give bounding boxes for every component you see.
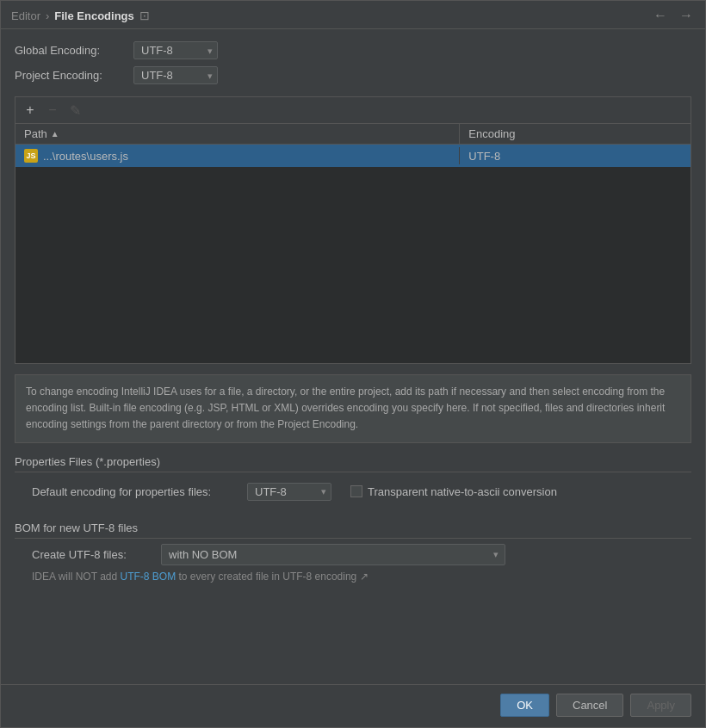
table-toolbar: + − ✎ bbox=[15, 96, 691, 123]
window-icon[interactable]: ⊡ bbox=[139, 9, 150, 22]
content-area: Global Encoding: UTF-8 ISO-8859-1 US-ASC… bbox=[1, 29, 705, 684]
breadcrumb-file-encodings: File Encodings bbox=[54, 9, 133, 22]
forward-button[interactable]: → bbox=[678, 8, 695, 23]
file-icon: JS bbox=[24, 149, 38, 163]
global-encoding-row: Global Encoding: UTF-8 ISO-8859-1 US-ASC… bbox=[15, 41, 691, 59]
encoding-header-label: Encoding bbox=[468, 127, 515, 140]
table-header: Path ▲ Encoding bbox=[15, 124, 691, 145]
dialog-file-encodings: Editor › File Encodings ⊡ ← → Global Enc… bbox=[0, 0, 706, 728]
global-encoding-dropdown-wrapper: UTF-8 ISO-8859-1 US-ASCII bbox=[133, 41, 218, 59]
props-encoding-dropdown[interactable]: UTF-8 ISO-8859-1 bbox=[247, 483, 331, 501]
bom-dropdown-wrapper: with NO BOM with BOM bbox=[161, 544, 505, 565]
path-column-header[interactable]: Path ▲ bbox=[15, 124, 460, 144]
encoding-value: UTF-8 bbox=[468, 150, 500, 163]
table-row[interactable]: JS ...\routes\users.js UTF-8 bbox=[15, 145, 691, 167]
breadcrumb-editor[interactable]: Editor bbox=[11, 9, 40, 22]
path-header-label: Path bbox=[24, 127, 47, 140]
props-encoding-dropdown-wrapper: UTF-8 ISO-8859-1 bbox=[247, 483, 331, 501]
bom-dropdown[interactable]: with NO BOM with BOM bbox=[161, 544, 505, 565]
properties-section-title: Properties Files (*.properties) bbox=[15, 455, 691, 472]
encoding-cell: UTF-8 bbox=[460, 148, 691, 164]
table-body: JS ...\routes\users.js UTF-8 bbox=[15, 145, 691, 351]
remove-button[interactable]: − bbox=[43, 101, 62, 120]
project-encoding-row: Project Encoding: UTF-8 ISO-8859-1 US-AS… bbox=[15, 66, 691, 84]
breadcrumb-separator: › bbox=[46, 9, 49, 22]
native-to-ascii-checkbox-area: Transparent native-to-ascii conversion bbox=[350, 485, 557, 498]
global-encoding-dropdown[interactable]: UTF-8 ISO-8859-1 US-ASCII bbox=[133, 41, 218, 59]
project-encoding-label: Project Encoding: bbox=[15, 69, 127, 82]
default-encoding-label: Default encoding for properties files: bbox=[32, 485, 238, 498]
native-to-ascii-label: Transparent native-to-ascii conversion bbox=[368, 485, 557, 498]
ok-button[interactable]: OK bbox=[500, 694, 549, 717]
bom-hint-suffix: to every created file in UTF-8 encoding … bbox=[179, 571, 368, 583]
title-bar-left: Editor › File Encodings ⊡ bbox=[11, 9, 150, 22]
bom-create-label: Create UTF-8 files: bbox=[32, 548, 152, 561]
description-text: To change encoding IntelliJ IDEA uses fo… bbox=[26, 386, 665, 430]
title-bar: Editor › File Encodings ⊡ ← → bbox=[1, 1, 705, 29]
path-cell: JS ...\routes\users.js bbox=[15, 147, 460, 164]
edit-button[interactable]: ✎ bbox=[65, 101, 84, 120]
bom-hint: IDEA will NOT add UTF-8 BOM to every cre… bbox=[15, 571, 691, 583]
bom-section: BOM for new UTF-8 files Create UTF-8 fil… bbox=[15, 509, 691, 583]
bom-hint-prefix: IDEA will NOT add bbox=[32, 571, 120, 583]
path-sort-arrow: ▲ bbox=[51, 129, 59, 139]
path-value: ...\routes\users.js bbox=[43, 150, 128, 163]
bom-hint-link[interactable]: UTF-8 BOM bbox=[120, 571, 176, 583]
project-encoding-dropdown-wrapper: UTF-8 ISO-8859-1 US-ASCII bbox=[133, 66, 218, 84]
properties-encoding-row: Default encoding for properties files: U… bbox=[15, 483, 691, 501]
encodings-table: Path ▲ Encoding JS ...\routes\users.js bbox=[15, 123, 691, 364]
back-button[interactable]: ← bbox=[652, 8, 669, 23]
cancel-button[interactable]: Cancel bbox=[556, 694, 623, 717]
dialog-footer: OK Cancel Apply bbox=[1, 684, 705, 727]
description-box: To change encoding IntelliJ IDEA uses fo… bbox=[15, 374, 691, 443]
add-button[interactable]: + bbox=[21, 101, 40, 120]
bom-section-title: BOM for new UTF-8 files bbox=[15, 521, 691, 539]
encoding-column-header[interactable]: Encoding bbox=[460, 124, 691, 144]
native-to-ascii-checkbox[interactable] bbox=[350, 485, 362, 497]
apply-button[interactable]: Apply bbox=[630, 694, 691, 717]
project-encoding-dropdown[interactable]: UTF-8 ISO-8859-1 US-ASCII bbox=[133, 66, 218, 84]
title-bar-nav: ← → bbox=[652, 8, 695, 23]
global-encoding-label: Global Encoding: bbox=[15, 44, 127, 57]
bom-row: Create UTF-8 files: with NO BOM with BOM bbox=[15, 544, 691, 565]
